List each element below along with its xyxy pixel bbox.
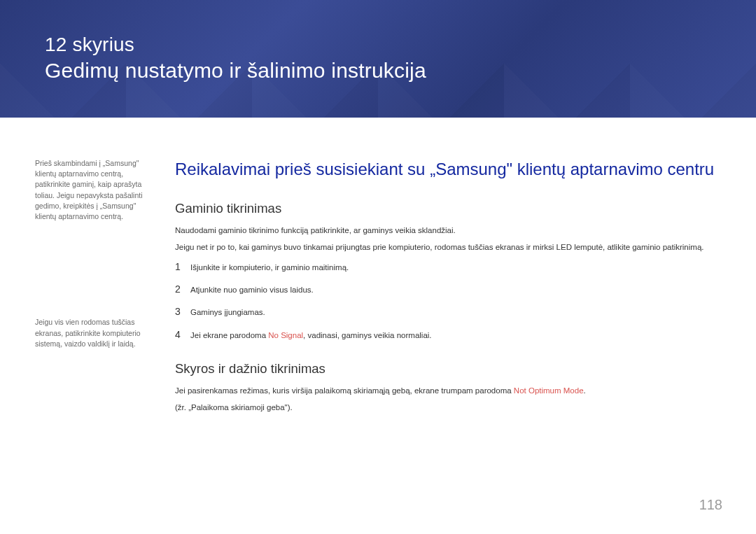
- list-item: 4 Jei ekrane parodoma No Signal, vadinas…: [175, 329, 721, 342]
- step-text-pre: Jei ekrane parodoma: [190, 331, 268, 339]
- content-area: Prieš skambindami į „Samsung" klientų ap…: [0, 118, 756, 418]
- step-number: 3: [175, 306, 190, 317]
- step-text: Atjunkite nuo gaminio visus laidus.: [190, 284, 314, 296]
- paragraph: Jeigu net ir po to, kai gaminys buvo tin…: [175, 241, 721, 254]
- list-item: 1 Išjunkite ir kompiuterio, ir gaminio m…: [175, 261, 721, 274]
- step-text: Išjunkite ir kompiuterio, ir gaminio mai…: [190, 262, 349, 274]
- step-number: 1: [175, 261, 190, 272]
- warning-term: Not Optimum Mode: [514, 386, 584, 395]
- paragraph: Naudodami gaminio tikrinimo funkciją pat…: [175, 225, 721, 237]
- step-number: 4: [175, 329, 190, 340]
- chapter-number: 12 skyrius: [45, 34, 711, 56]
- subsection-heading-1: Gaminio tikrinimas: [175, 201, 721, 216]
- warning-term: No Signal: [268, 331, 303, 339]
- step-text-post: , vadinasi, gaminys veikia normaliai.: [303, 331, 431, 339]
- page-number: 118: [699, 497, 722, 513]
- list-item: 2 Atjunkite nuo gaminio visus laidus.: [175, 283, 721, 296]
- paragraph-pre: Jei pasirenkamas režimas, kuris viršija …: [175, 386, 514, 395]
- section-heading: Reikalavimai prieš susisiekiant su „Sams…: [175, 158, 721, 180]
- step-text: Jei ekrane parodoma No Signal, vadinasi,…: [190, 330, 432, 342]
- sidebar: Prieš skambindami į „Samsung" klientų ap…: [35, 158, 175, 418]
- side-note-2: Jeigu vis vien rodomas tuščias ekranas, …: [35, 317, 158, 349]
- chapter-title: Gedimų nustatymo ir šalinimo instrukcija: [45, 59, 711, 83]
- list-item: 3 Gaminys įjungiamas.: [175, 306, 721, 318]
- step-number: 2: [175, 283, 190, 295]
- chapter-banner: 12 skyrius Gedimų nustatymo ir šalinimo …: [0, 0, 756, 118]
- side-note-1: Prieš skambindami į „Samsung" klientų ap…: [35, 158, 158, 222]
- step-list: 1 Išjunkite ir kompiuterio, ir gaminio m…: [175, 261, 721, 342]
- paragraph: Jei pasirenkamas režimas, kuris viršija …: [175, 385, 721, 398]
- subsection-heading-2: Skyros ir dažnio tikrinimas: [175, 361, 721, 377]
- main-column: Reikalavimai prieš susisiekiant su „Sams…: [175, 158, 721, 418]
- paragraph-post: .: [584, 386, 586, 395]
- paragraph: (žr. „Palaikoma skiriamoji geba").: [175, 402, 721, 414]
- step-text: Gaminys įjungiamas.: [190, 307, 265, 318]
